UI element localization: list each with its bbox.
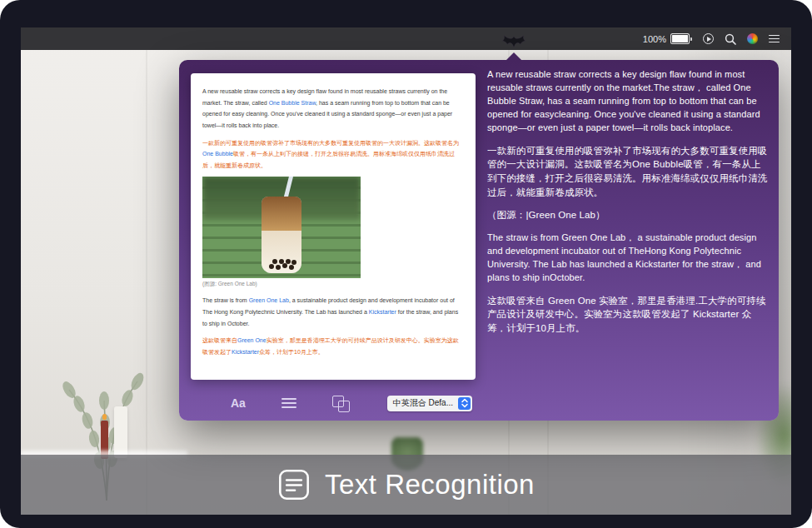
ocr-paragraph: （图源：|Green One Lab） bbox=[487, 208, 769, 222]
bubble-tea-photo bbox=[202, 177, 361, 278]
document-paragraph-en: A new reusable straw corrects a key desi… bbox=[202, 86, 464, 132]
bat-app-icon[interactable] bbox=[501, 32, 526, 51]
ocr-paragraph: A new reusable straw corrects a key desi… bbox=[487, 68, 769, 135]
ocr-paragraph: 一款新的可重复使用的吸管弥补了市场现有的大多数可重复使用吸管的一大设计漏洞。这款… bbox=[487, 144, 769, 200]
recognized-text-panel: A new reusable straw corrects a key desi… bbox=[487, 68, 769, 345]
text-recognition-icon bbox=[277, 468, 311, 501]
photo-milk-layer bbox=[262, 231, 301, 274]
search-icon[interactable] bbox=[725, 33, 736, 45]
battery-status[interactable]: 100% bbox=[643, 33, 692, 44]
photo-boba-pearls bbox=[269, 264, 274, 269]
copy-translate-button[interactable] bbox=[332, 396, 351, 411]
document-paragraph-zh: 一款新的可重复使用的吸管弥补了市场现有的大多数可重复使用吸管的一大设计漏洞。这款… bbox=[202, 137, 464, 172]
menu-bar: 100% bbox=[21, 27, 791, 50]
feature-caption-band: Text Recognition bbox=[21, 455, 791, 515]
doc-link: One Bubble bbox=[202, 151, 233, 157]
photo-glass bbox=[262, 197, 301, 273]
doc-text: 吸管，有一条从上到下的接缝，打开之后很容易清洗。用标准海绵或仅仅用纸巾清洗过后，… bbox=[202, 151, 455, 168]
document-paragraph-zh: 这款吸管来自Green One实验室，那里是香港理工大学的可持续产品设计及研发中… bbox=[202, 335, 464, 357]
doc-link: Kickstarter bbox=[232, 349, 259, 355]
doc-link: Kickstarter bbox=[369, 309, 396, 315]
doc-link: Green One bbox=[237, 337, 267, 343]
text-recognition-popover: A new reusable straw corrects a key desi… bbox=[179, 60, 779, 421]
play-circle-icon[interactable] bbox=[703, 33, 714, 44]
doc-text: 一款新的可重复使用的吸管弥补了市场现有的大多数可重复使用吸管的一大设计漏洞。这款… bbox=[202, 140, 459, 146]
feature-caption-title: Text Recognition bbox=[325, 469, 535, 501]
ocr-paragraph: 这款吸管来自 Green One 实验室，那里是香港理.工大学的可持续产品设计及… bbox=[487, 294, 769, 336]
desktop-screen: 100% A new reusable straw corrects a key… bbox=[21, 27, 791, 515]
document-paragraph-en: The straw is from Green One Lab, a susta… bbox=[202, 295, 464, 329]
candle-flame bbox=[102, 414, 107, 420]
menu-list-icon[interactable] bbox=[769, 35, 780, 43]
doc-text: 这款吸管来自 bbox=[202, 337, 237, 343]
doc-text: The straw is from bbox=[202, 297, 249, 303]
text-size-button[interactable]: Aa bbox=[231, 396, 246, 410]
select-caret-icon bbox=[458, 397, 471, 410]
photo-tea-layer bbox=[262, 197, 301, 230]
list-view-button[interactable] bbox=[281, 398, 296, 408]
doc-link: Green One Lab bbox=[249, 297, 289, 303]
battery-percent-label: 100% bbox=[643, 34, 666, 44]
device-frame: 100% A new reusable straw corrects a key… bbox=[0, 0, 812, 528]
photo-caption: (图源: Green One Lab) bbox=[202, 281, 464, 288]
captured-document-preview: A new reusable straw corrects a key desi… bbox=[191, 73, 476, 380]
popover-toolbar: Aa 中英混合 Defa... bbox=[191, 394, 476, 412]
doc-link: One Bubble Straw bbox=[269, 100, 316, 106]
doc-text: 众筹，计划于10月上市。 bbox=[259, 349, 324, 355]
input-source-icon[interactable] bbox=[747, 33, 758, 44]
battery-icon bbox=[670, 33, 692, 44]
language-select[interactable]: 中英混合 Defa... bbox=[387, 396, 472, 411]
language-select-value: 中英混合 Defa... bbox=[393, 397, 453, 409]
ocr-paragraph: The straw is from Green One Lab， a susta… bbox=[487, 232, 769, 285]
